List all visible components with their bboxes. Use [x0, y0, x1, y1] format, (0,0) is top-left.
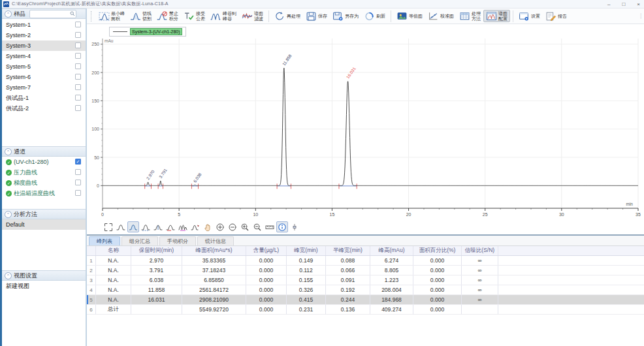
channel-item[interactable]: ✓梯度曲线 [2, 178, 86, 188]
search-icon[interactable] [70, 11, 75, 18]
plot-tool-peak-move[interactable] [189, 221, 201, 232]
section-header-samples[interactable]: ^ 样品 [2, 8, 86, 19]
sample-item[interactable]: System-2 [2, 30, 86, 40]
table-row[interactable]: 2N.A.3.79137.182430.0000.1120.0668.8050.… [87, 266, 644, 275]
toolbar-button-min-peak-area[interactable]: 最小峰 面积 [96, 10, 127, 22]
toolbar-button-processing-method[interactable]: 处理 方法 [457, 10, 483, 22]
sample-checkbox[interactable] [75, 53, 81, 59]
sample-search-input[interactable] [31, 10, 69, 16]
section-header-methods[interactable]: ^ 分析方法 [2, 209, 86, 219]
chromatogram[interactable]: 05010015020025005101520253035mAumin2.970… [87, 24, 644, 223]
sample-item[interactable]: 供试品-1 [2, 93, 86, 103]
table-row[interactable]: 6总计5549.927200.0000.2310.136409.2740.000 [87, 305, 644, 315]
plot-tool-magnify-plus[interactable] [239, 221, 251, 232]
plot-tool-peak-active[interactable] [127, 221, 139, 232]
sample-checkbox[interactable] [75, 63, 81, 69]
plot-tool-zoom-out[interactable] [227, 221, 238, 232]
plot-tool-hand[interactable] [202, 221, 214, 232]
plot-tool-peak-skim[interactable] [165, 221, 176, 232]
toolbar-button-calibration-curve[interactable]: 校准图 [425, 10, 457, 22]
table-cell: 208.004 [370, 285, 413, 294]
chart-legend[interactable]: System-3-(UV-ch1-280) [109, 27, 186, 37]
collapse-chevron-icon[interactable]: ^ [5, 148, 12, 155]
section-header-channels[interactable]: ^ 通道 [2, 146, 86, 157]
sample-checkbox[interactable] [75, 95, 81, 101]
plot-tool-peak-plain[interactable] [115, 221, 127, 232]
channel-item[interactable]: ✓柱温箱温度曲线 [2, 188, 86, 198]
column-header[interactable]: 峰宽(min) [287, 246, 326, 255]
toolbar-button-tangent-skim[interactable]: 切线 切割 [127, 10, 154, 22]
plot-tool-zoom-in[interactable] [214, 221, 226, 232]
sample-checkbox[interactable] [75, 74, 81, 80]
toolbar-button-valley-to-valley[interactable]: 峰谷到 峰谷 [208, 10, 239, 22]
sample-checkbox[interactable] [75, 22, 81, 27]
sample-checkbox[interactable] [75, 32, 81, 38]
channel-item[interactable]: ✓压力曲线 [2, 167, 86, 178]
collapse-chevron-icon[interactable]: ^ [5, 272, 12, 279]
toolbar-button-accept-tolerance[interactable]: 接受 公差 [181, 10, 208, 22]
toolbar-grip[interactable] [91, 11, 93, 22]
column-header[interactable]: 名称 [96, 246, 131, 255]
sample-item[interactable]: System-1 [2, 20, 86, 30]
section-header-views[interactable]: ^ 视图设置 [2, 270, 86, 281]
toolbar-button-plot-config[interactable]: 谱图 配置 [483, 10, 510, 22]
sample-item[interactable]: System-7 [2, 82, 86, 93]
plot-tool-ruler[interactable] [264, 221, 276, 232]
tab-统计信息[interactable]: 统计信息 [197, 236, 234, 245]
tab-峰列表[interactable]: 峰列表 [89, 236, 120, 245]
toolbar-separator [391, 10, 391, 22]
collapse-chevron-icon[interactable]: ^ [5, 211, 12, 218]
plot-tool-magnify-minus[interactable] [251, 221, 263, 232]
toolbar-button-inhibit-integration[interactable]: 禁止 积分 [154, 10, 181, 22]
toolbar-button-reprocess[interactable]: 再处理 [272, 10, 303, 22]
table-row[interactable]: 3N.A.6.0386.858500.0000.1550.0911.2230.0… [87, 275, 644, 285]
channel-checkbox[interactable] [75, 180, 81, 185]
sample-item[interactable]: 供试品-2 [2, 103, 86, 114]
plot-tool-fit-view[interactable] [103, 221, 114, 232]
sample-item[interactable]: System-4 [2, 51, 86, 61]
maximize-button[interactable]: □ [622, 0, 625, 8]
sample-checkbox[interactable] [75, 105, 81, 111]
toolbar-button-settings[interactable]: 设置 [516, 10, 543, 22]
minimize-button[interactable]: – [607, 0, 610, 8]
table-row[interactable]: 5N.A.16.0312908.210900.0000.4150.244184.… [87, 295, 644, 305]
channel-item[interactable]: ✓(UV-ch1-280)✓ [2, 157, 86, 167]
sample-item[interactable]: System-6 [2, 72, 86, 82]
toolbar-button-contour-plot[interactable]: 等值图 [394, 10, 425, 22]
toolbar-button-report[interactable]: 报告 [543, 10, 570, 22]
table-row[interactable]: 1N.A.2.97035.833650.0000.1490.0886.2740.… [87, 256, 644, 266]
plot-tool-info[interactable] [276, 221, 288, 232]
table-row[interactable]: 4N.A.11.8582561.841720.0000.3260.192208.… [87, 285, 644, 295]
sample-checkbox[interactable] [75, 84, 81, 90]
toolbar-overflow[interactable]: ⋮ [638, 13, 643, 19]
method-item[interactable]: Default [2, 219, 86, 230]
refresh-circle-icon [364, 11, 375, 21]
plot-tool-peak-baseline[interactable] [140, 221, 152, 232]
channel-checkbox[interactable] [75, 190, 81, 196]
plot-tool-peak-drop[interactable] [152, 221, 164, 232]
toolbar-button-save-as[interactable]: 另存为 [330, 10, 361, 22]
column-header[interactable]: 半峰宽(min) [326, 246, 370, 255]
close-button[interactable]: × [637, 0, 640, 8]
toolbar-button-save[interactable]: 保存 [303, 10, 330, 22]
column-header[interactable]: 峰面积(mAu*s) [182, 246, 246, 255]
toolbar-button-smooth[interactable]: 谱图 滤波 [239, 10, 266, 22]
plot-tool-peak-multi[interactable] [177, 221, 189, 232]
column-header[interactable]: 保留时间(min) [131, 246, 182, 255]
collapse-chevron-icon[interactable]: ^ [5, 10, 12, 18]
table-cell: 0.000 [246, 256, 287, 265]
channel-checkbox[interactable]: ✓ [75, 159, 81, 165]
column-header[interactable]: 峰高(mAu) [370, 246, 413, 255]
plot-tool-slider[interactable] [289, 221, 300, 232]
sample-item[interactable]: System-5 [2, 61, 86, 72]
column-header[interactable]: 信噪比(S/N) [462, 246, 498, 255]
column-header[interactable]: 含量(µg/L) [246, 246, 287, 255]
sample-checkbox[interactable] [75, 42, 81, 48]
toolbar-button-refresh[interactable]: 刷新 [361, 10, 388, 22]
column-header[interactable]: 面积百分比(%) [413, 246, 462, 255]
tab-手动积分[interactable]: 手动积分 [159, 236, 196, 245]
tab-组分汇总[interactable]: 组分汇总 [121, 236, 158, 245]
sample-item[interactable]: System-3 [2, 40, 86, 51]
view-item[interactable]: 新建视图 [2, 281, 86, 291]
channel-checkbox[interactable] [75, 169, 81, 175]
